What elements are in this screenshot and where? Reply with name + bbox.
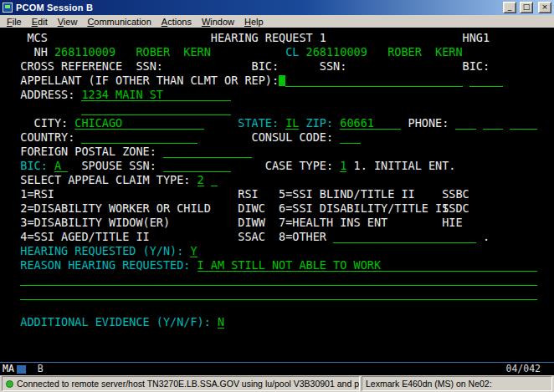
screen-field[interactable]	[333, 230, 476, 243]
maximize-button[interactable]: □	[520, 2, 533, 13]
screen-field[interactable]	[163, 145, 252, 158]
screen-label: DIWC	[238, 201, 265, 216]
screen-label: 4=SSI AGED/TITLE II	[20, 230, 149, 244]
screen-field[interactable]: N	[218, 315, 224, 328]
screen-label: 3=DISABILITY WIDOW(ER)	[20, 216, 170, 230]
screen-label: BIC:	[20, 159, 48, 173]
screen-label: SSN:	[136, 59, 163, 74]
menu-item-communication[interactable]: Communication	[82, 17, 156, 27]
printer-status-panel: Lexmark E460dn (MS) on Ne02:	[362, 376, 552, 391]
screen-field[interactable]: A	[54, 159, 68, 172]
screen-label: 1. INITIAL ENT.	[354, 159, 456, 173]
screen-label: ADDRESS:	[20, 88, 74, 102]
screen-label: SSAC	[238, 230, 265, 244]
menu-item-file[interactable]: File	[2, 17, 27, 27]
screen-label: REASON HEARING REQUESTED:	[20, 258, 190, 272]
menu-item-view[interactable]: View	[53, 17, 83, 27]
connection-status-panel: Connected to remote server/host TN3270E.…	[2, 376, 360, 391]
screen-field[interactable]: I AM STILL NOT ABLE TO WORK	[197, 258, 537, 272]
app-icon	[3, 3, 13, 13]
connected-icon	[6, 380, 13, 388]
screen-label: BIC:	[463, 59, 490, 74]
screen-label: 1=RSI	[20, 187, 54, 201]
screen-label: SELECT APPEAL CLAIM TYPE:	[20, 173, 190, 187]
screen-label: SSN:	[320, 59, 347, 74]
terminal-screen[interactable]: MA B 04/042 MCSHEARING REQUEST 1HNG1NH26…	[0, 28, 554, 375]
screen-label: CONSUL CODE:	[252, 130, 334, 145]
screen-label: CROSS REFERENCE	[20, 59, 122, 74]
screen-field[interactable]	[483, 116, 503, 130]
pcom-window: PCOM Session B _ □ × File Edit View Comm…	[0, 0, 554, 392]
screen-label: CITY:	[34, 116, 69, 130]
printer-status-text: Lexmark E460dn (MS) on Ne02:	[366, 379, 492, 389]
screen-field[interactable]: 1	[340, 159, 346, 172]
screen-label: 268110009 ROBER KERN	[306, 45, 463, 59]
screen-field[interactable]	[469, 74, 504, 87]
screen-label: DIWW	[238, 216, 265, 230]
screen-label: PHONE:	[408, 116, 449, 130]
screen-label: BIC:	[252, 59, 280, 74]
window-title: PCOM Session B	[16, 3, 500, 13]
screen-label: HIE	[442, 216, 462, 230]
screen-field[interactable]	[285, 74, 462, 87]
screen-label: 7=HEALTH INS ENT	[279, 216, 387, 230]
screen-field[interactable]: CHICAGO	[74, 116, 203, 130]
screen-field[interactable]: Y	[190, 244, 197, 257]
screen-label: SSBC	[442, 187, 469, 201]
screen-field[interactable]	[510, 116, 537, 130]
screen-label: MCS	[27, 31, 47, 45]
screen-cursor[interactable]	[279, 75, 285, 86]
screen-field[interactable]	[455, 116, 475, 130]
screen-field[interactable]	[211, 173, 218, 186]
oia-indicator-block	[17, 365, 26, 374]
screen-label: NH	[34, 45, 48, 59]
operator-info-area: MA B 04/042	[0, 362, 554, 375]
menu-item-edit[interactable]: Edit	[27, 17, 53, 27]
screen-label: CASE TYPE:	[265, 159, 333, 173]
screen-label: HNG1	[463, 31, 490, 45]
screen-field[interactable]	[81, 102, 231, 115]
screen-field[interactable]	[20, 272, 537, 286]
screen-field[interactable]	[20, 287, 537, 300]
screen-label: RSI	[238, 187, 258, 201]
oia-system-indicator: MA	[3, 362, 14, 375]
oia-cursor-position: 04/042	[505, 362, 541, 375]
statusbar: Connected to remote server/host TN3270E.…	[0, 375, 554, 392]
menu-item-actions[interactable]: Actions	[156, 17, 197, 27]
screen-label: 268110009 ROBER KERN	[54, 45, 211, 59]
screen-field[interactable]	[163, 159, 231, 172]
close-button[interactable]: ×	[538, 2, 551, 13]
screen-label: 6=SSI DISABILITY/TITLE II	[279, 201, 449, 216]
screen-label: 5=SSI BLIND/TITLE II	[279, 187, 415, 201]
screen-label: .	[483, 230, 490, 244]
screen-label: 8=OTHER	[279, 230, 326, 244]
menu-item-window[interactable]: Window	[197, 17, 239, 27]
screen-label: 2=DISABILITY WORKER OR CHILD	[20, 201, 211, 216]
screen-field[interactable]: 2	[197, 173, 204, 186]
screen-label: FOREIGN POSTAL ZONE:	[20, 145, 156, 159]
minimize-button[interactable]: _	[503, 2, 516, 13]
screen-field[interactable]	[81, 130, 197, 144]
screen-label: CL	[285, 45, 299, 59]
screen-label: ADDITIONAL EVIDENCE (Y/N/F):	[20, 315, 211, 329]
connection-status-text: Connected to remote server/host TN3270E.…	[17, 379, 360, 389]
menubar: File Edit View Communication Actions Win…	[0, 15, 554, 28]
screen-field[interactable]: 60661	[340, 116, 401, 130]
screen-label: STATE:	[238, 116, 279, 130]
screen-field[interactable]: 1234 MAIN ST	[81, 88, 231, 101]
oia-session-id: B	[38, 362, 44, 375]
screen-label: APPELLANT (IF OTHER THAN CLMT OR REP):	[20, 74, 279, 88]
screen-field[interactable]: IL	[285, 116, 299, 130]
screen-label: ZIP:	[306, 116, 334, 130]
screen-label: HEARING REQUEST 1	[211, 31, 326, 45]
screen-field[interactable]	[340, 130, 360, 144]
screen-label: SPOUSE SSN:	[81, 159, 156, 173]
titlebar[interactable]: PCOM Session B _ □ ×	[0, 0, 554, 15]
menu-item-help[interactable]: Help	[239, 17, 269, 27]
screen-label: HEARING REQUESTED (Y/N):	[20, 244, 183, 258]
screen-label: SSDC	[442, 201, 469, 216]
screen-label: COUNTRY:	[20, 130, 74, 145]
